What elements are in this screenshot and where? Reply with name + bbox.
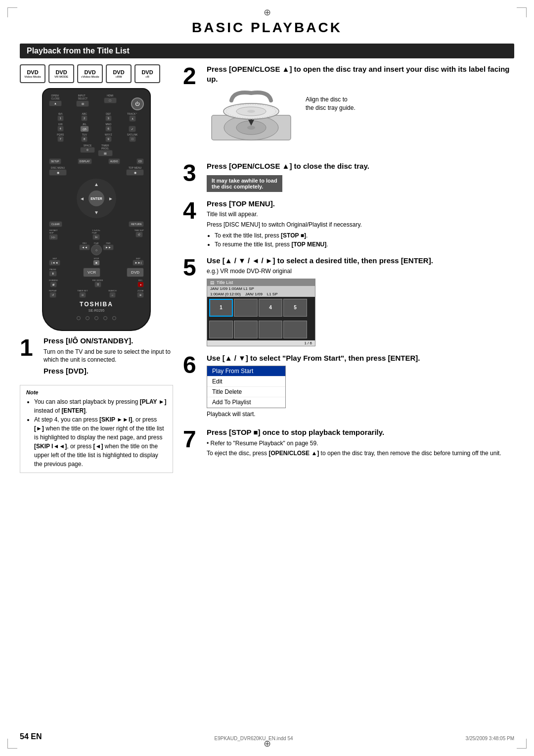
num-3[interactable]: 3 [105, 115, 112, 121]
dvd-logo-1: DVD [27, 69, 38, 75]
step-4-block: 4 Press [TOP MENU]. Title list will appe… [183, 199, 514, 249]
timer-btn[interactable]: ▤ [98, 150, 113, 156]
clear-btn[interactable]: CLEAR [49, 221, 62, 227]
track-up-btn[interactable]: ∧ [129, 115, 136, 122]
rec-btn[interactable]: ● [137, 282, 144, 287]
step-3-title: Press [OPEN/CLOSE ▲] to close the disc t… [207, 161, 514, 171]
remote-dots [49, 316, 144, 320]
step-6-content: Use [▲ / ▼] to select "Play From Start",… [207, 353, 514, 421]
disc-menu-btn[interactable]: ◉ [49, 169, 67, 176]
tls-thumb-6[interactable] [234, 321, 258, 338]
step-2-title: Press [OPEN/CLOSE ▲] to open the disc tr… [207, 64, 514, 84]
note-item-2: At step 4, you can press [SKIP ►►I], or … [34, 415, 167, 469]
play-from-start-menu: Play From Start Edit Title Delete Add To… [207, 366, 286, 408]
num-phi[interactable]: 1 [57, 115, 64, 121]
step-7-body1: • Refer to "Resume Playback" on page 59. [207, 439, 514, 448]
tls-thumb-1[interactable]: 1 [209, 299, 233, 317]
vcr-btn[interactable]: VCR [83, 268, 100, 277]
menu-item-edit[interactable]: Edit [207, 377, 285, 387]
step-7-title: Press [STOP ■] once to stop playback tem… [207, 427, 514, 437]
rec-mode-btn[interactable]: ☰ [94, 282, 101, 287]
satlink-btn[interactable]: □ [129, 136, 136, 142]
disc-illustration [207, 86, 301, 151]
step-7-block: 7 Press [STOP ■] once to stop playback t… [183, 427, 514, 460]
audio-btn[interactable]: AUDIO [108, 158, 120, 164]
page-title: BASIC PLAYBACK [20, 20, 514, 36]
fwd-btn[interactable]: ►► [103, 244, 114, 250]
num-2[interactable]: 2 [81, 115, 88, 121]
power-btn[interactable]: ⏻ [131, 97, 144, 110]
skip-back-btn[interactable]: |◄◄ [49, 260, 60, 266]
skip-fwd-btn[interactable]: ►►| [133, 260, 144, 266]
tls-thumb-5[interactable] [209, 321, 233, 338]
step-1-number: 1 [20, 336, 38, 360]
menu-item-play-from-start[interactable]: Play From Start [207, 366, 285, 377]
play-btn[interactable]: ○ [91, 244, 102, 255]
play-speed-btn[interactable]: 1x [92, 234, 100, 240]
num-6[interactable]: 6 [105, 126, 112, 132]
tls-thumb-8[interactable] [283, 321, 307, 338]
repeat-btn[interactable]: ↺ [49, 292, 56, 298]
step-5-block: 5 Use [▲ / ▼ / ◄ / ►] to select a desire… [183, 256, 514, 346]
num-8[interactable]: 8 [81, 136, 88, 142]
hdmi-btn[interactable]: □ [104, 97, 117, 103]
tls-thumb-4[interactable]: 5 [283, 299, 307, 317]
nav-ring[interactable]: ▲ ▼ ◄ ► ENTER [77, 179, 116, 218]
dvd-mode-vr: DVD VR MODE [48, 64, 74, 83]
nav-up[interactable]: ▲ [94, 182, 99, 187]
enter-btn[interactable]: ENTER [89, 190, 104, 206]
rev-btn[interactable]: ◄◄ [79, 244, 90, 250]
tls-info-bar: JAN/ 1/09 1:00AM L1 SP [207, 286, 315, 291]
dvd-logo-5: DVD [141, 69, 153, 75]
crosshair-bottom: ⊕ [264, 738, 271, 749]
setup-btn[interactable]: SETUP [49, 158, 61, 164]
num-5[interactable]: ◎5 [80, 126, 89, 132]
stop-btn[interactable]: ■ [93, 260, 100, 266]
dvd-mode-text-1: Video Mode [24, 75, 41, 78]
menu-item-title-delete[interactable]: Title Delete [207, 387, 285, 397]
crosshair-top: ⊕ [264, 7, 271, 18]
nav-left[interactable]: ◄ [80, 196, 85, 201]
dvd-btn[interactable]: DVD [127, 268, 144, 277]
pause-btn[interactable]: ⏸ [49, 271, 57, 277]
num-4[interactable]: 4 [57, 126, 64, 132]
disc-caption-line2: the disc tray guide. [306, 104, 356, 111]
num-7[interactable]: 7 [57, 136, 64, 142]
zoom-btn[interactable]: ⊕ [137, 292, 144, 298]
num-9[interactable]: 9 [105, 136, 112, 142]
open-close-btn[interactable]: ▲ [49, 100, 62, 106]
section-header: Playback from the Title List [20, 44, 514, 58]
dvd-mode-text-4: +RW [115, 75, 122, 78]
step-7-content: Press [STOP ■] once to stop playback tem… [207, 427, 514, 460]
open-close-label: OPEN/CLOSE [51, 94, 60, 100]
step-5-sub: e.g.) VR mode DVD-RW original [207, 267, 514, 276]
nav-right[interactable]: ► [108, 196, 113, 201]
space-btn[interactable]: 0 [80, 147, 95, 153]
tls-thumb-2[interactable] [234, 299, 258, 317]
time-slip-btn[interactable]: ⏱ [135, 232, 143, 237]
tls-time-bar: 1:00AM (0:12:00) JAN/ 1/09 L1 SP [207, 291, 315, 297]
dot-3 [94, 316, 98, 320]
display-btn[interactable]: DISPLAY [78, 158, 92, 164]
dvd-mode-text-5: +R [145, 75, 149, 78]
cd-btn[interactable]: CD [136, 158, 144, 164]
nav-down[interactable]: ▼ [94, 210, 99, 215]
note-title: Note [26, 389, 167, 395]
instant-btn[interactable]: ▷▷ [49, 234, 58, 240]
tls-thumb-7[interactable] [259, 321, 282, 338]
step-4-body2: Press [DISC MENU] to switch Original/Pla… [207, 221, 514, 229]
step-1-content: Press [I/Ô ON/STANDBY]. Turn on the TV a… [44, 336, 173, 378]
top-menu-btn[interactable]: ◉ [126, 169, 144, 176]
step-2-block: 2 Press [OPEN/CLOSE ▲] to open the disc … [183, 64, 514, 154]
dubbing-btn[interactable]: ⇄ [50, 282, 57, 287]
timer-set-btn[interactable]: ⊙ [79, 292, 86, 298]
menu-item-add-playlist[interactable]: Add To Playlist [207, 397, 285, 408]
search-btn[interactable]: ⌕ [109, 292, 116, 298]
input-select-btn[interactable]: ⊞ [76, 100, 89, 107]
check-btn[interactable]: ✓ [129, 126, 136, 132]
svg-point-3 [247, 126, 255, 130]
dvd-logo-2: DVD [55, 69, 67, 75]
tls-thumb-3[interactable]: 4 [259, 299, 282, 317]
return-btn[interactable]: RETURN [129, 221, 144, 227]
step-1-sub-step: Press [DVD]. [44, 366, 173, 376]
